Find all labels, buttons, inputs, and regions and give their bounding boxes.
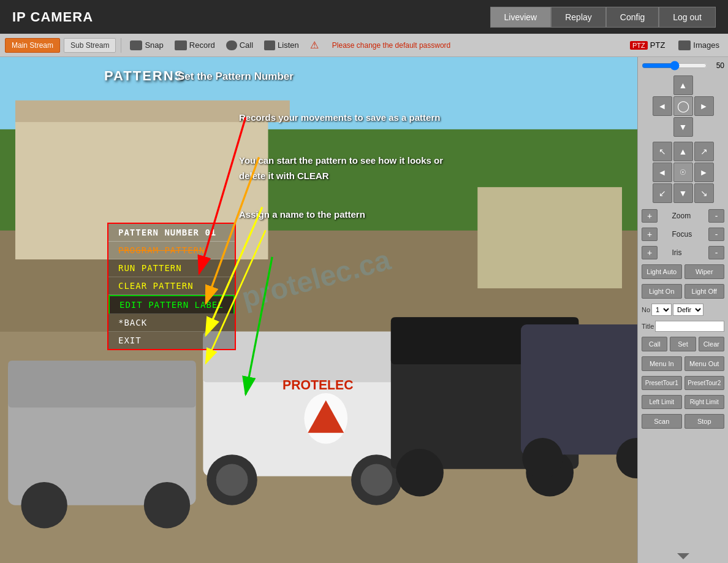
menu-out-button[interactable]: Menu Out <box>684 356 725 371</box>
ptz-area[interactable]: PTZ PTZ <box>630 40 665 50</box>
zoom-slider[interactable] <box>642 61 707 71</box>
svg-rect-3 <box>15 115 268 259</box>
scroll-down-arrow[interactable] <box>677 553 689 559</box>
scan-stop-row: Scan Stop <box>642 414 724 429</box>
light-on-button[interactable]: Light On <box>642 284 682 299</box>
no-select[interactable]: 123 <box>651 304 672 316</box>
preset-tour-row: PresetTour1 PresetTour2 <box>642 376 724 390</box>
dir2-ul[interactable]: ↖ <box>653 142 672 161</box>
warning-text: Please change the default password <box>332 41 450 50</box>
header: IP CAMERA Liveview Replay Config Log out <box>0 0 728 34</box>
images-button[interactable]: Images <box>675 39 723 52</box>
preset-tour2-button[interactable]: PresetTour2 <box>684 376 725 390</box>
nav-replay[interactable]: Replay <box>551 7 606 28</box>
slider-value: 50 <box>710 61 724 70</box>
call-button[interactable]: Call <box>642 337 667 351</box>
direction-pad-1: ▲ ◄ ◯ ► ▼ <box>653 75 714 137</box>
left-limit-button[interactable]: Left Limit <box>642 395 682 409</box>
svg-point-22 <box>21 482 67 528</box>
title-label: Title <box>642 323 654 330</box>
set-button[interactable]: Set <box>670 337 696 351</box>
zoom-slider-row: 50 <box>642 61 724 71</box>
svg-point-10 <box>216 464 248 496</box>
snap-icon <box>130 40 142 50</box>
title-row: Title <box>642 321 724 332</box>
light-off-button[interactable]: Light Off <box>684 284 725 299</box>
sub-stream-button[interactable]: Sub Stream <box>64 38 116 53</box>
main-area: PROTELEC protelec.ca PATTERNS Set the Pa… <box>0 57 728 563</box>
right-limit-button[interactable]: Right Limit <box>684 395 725 409</box>
wiper-button[interactable]: Wiper <box>684 264 725 279</box>
dir2-dl[interactable]: ↙ <box>653 183 672 203</box>
zoom-out-button[interactable]: - <box>708 209 724 223</box>
dir-empty-bl <box>653 117 672 137</box>
images-icon <box>678 40 691 50</box>
svg-text:PROTELEC: PROTELEC <box>282 378 353 392</box>
limit-row: Left Limit Right Limit <box>642 395 724 409</box>
clear-button[interactable]: Clear <box>699 337 724 351</box>
dir-down-button[interactable]: ▼ <box>673 117 693 137</box>
svg-rect-4 <box>15 101 290 122</box>
dir2-right[interactable]: ► <box>694 163 714 182</box>
zoom-row: + Zoom - <box>642 209 724 223</box>
light-wiper-row: Light Auto Wiper <box>642 264 724 279</box>
iris-label: Iris <box>672 248 694 257</box>
dir-empty-br <box>694 117 714 137</box>
light-onoff-row: Light On Light Off <box>642 284 724 299</box>
main-stream-button[interactable]: Main Stream <box>5 38 60 53</box>
dir2-dr[interactable]: ↘ <box>694 183 714 203</box>
record-button[interactable]: Record <box>171 39 219 52</box>
alert-icon: ⚠ <box>310 39 319 51</box>
iris-row: + Iris - <box>642 246 724 259</box>
svg-rect-17 <box>521 324 637 454</box>
dir-right-button[interactable]: ► <box>694 96 714 116</box>
toolbar: Main Stream Sub Stream Snap Record Call … <box>0 34 728 57</box>
listen-button[interactable]: Listen <box>260 39 303 52</box>
nav-liveview[interactable]: Liveview <box>490 7 552 28</box>
preset-tour1-button[interactable]: PresetTour1 <box>642 376 682 390</box>
nav-config[interactable]: Config <box>606 7 659 28</box>
no-defir-row: No 123 Defir <box>642 304 724 316</box>
dir2-left[interactable]: ◄ <box>653 163 672 182</box>
iris-in-button[interactable]: + <box>642 246 658 259</box>
camera-scene: PROTELEC protelec.ca <box>0 57 637 563</box>
scroll-down-area <box>642 548 724 559</box>
listen-icon <box>264 40 275 50</box>
dir-empty-tl <box>653 75 672 95</box>
nav-buttons: Liveview Replay Config Log out <box>490 7 716 28</box>
record-icon <box>175 40 187 50</box>
dir-left-button[interactable]: ◄ <box>653 96 672 116</box>
dir2-ur[interactable]: ↗ <box>694 142 714 161</box>
svg-rect-5 <box>477 187 622 288</box>
dir-up-button[interactable]: ▲ <box>673 75 693 95</box>
focus-out-button[interactable]: - <box>708 228 724 241</box>
scan-button[interactable]: Scan <box>642 414 682 429</box>
focus-label: Focus <box>672 230 694 239</box>
call-icon <box>226 40 237 50</box>
focus-in-button[interactable]: + <box>642 228 658 241</box>
svg-point-23 <box>144 482 190 528</box>
call-button[interactable]: Call <box>222 39 257 52</box>
stop-button[interactable]: Stop <box>684 414 725 429</box>
focus-row: + Focus - <box>642 228 724 241</box>
light-auto-button[interactable]: Light Auto <box>642 264 682 279</box>
right-panel: 50 ▲ ◄ ◯ ► ▼ ↖ ▲ ↗ ◄ ☉ ► ↙ ▼ ↘ + <box>637 57 728 563</box>
snap-button[interactable]: Snap <box>126 39 167 52</box>
zoom-label: Zoom <box>672 212 694 220</box>
dir2-up[interactable]: ▲ <box>673 142 693 161</box>
direction-pad-2: ↖ ▲ ↗ ◄ ☉ ► ↙ ▼ ↘ <box>653 142 714 203</box>
iris-out-button[interactable]: - <box>708 246 724 259</box>
separator1 <box>121 38 121 53</box>
defir-select[interactable]: Defir <box>673 304 703 316</box>
dir-center-button[interactable]: ◯ <box>673 96 693 116</box>
nav-logout[interactable]: Log out <box>659 7 716 28</box>
dir2-center[interactable]: ☉ <box>673 163 693 182</box>
no-label: No <box>642 306 650 313</box>
zoom-in-button[interactable]: + <box>642 209 658 223</box>
dir2-down[interactable]: ▼ <box>673 183 693 203</box>
title-input[interactable] <box>655 321 724 332</box>
menu-in-button[interactable]: Menu In <box>642 356 682 371</box>
call-set-clear-row: Call Set Clear <box>642 337 724 351</box>
svg-point-18 <box>522 438 563 478</box>
dir-empty-tr <box>694 75 714 95</box>
